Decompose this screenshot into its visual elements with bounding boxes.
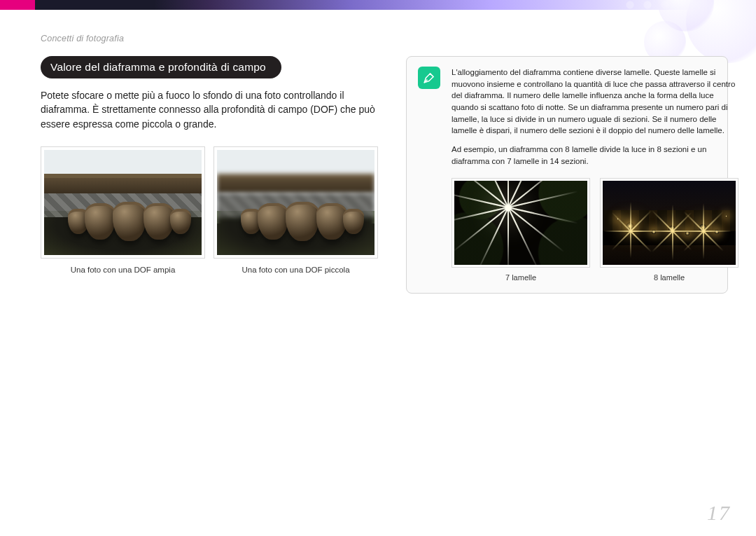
image-frame: [41, 146, 205, 259]
dof-shallow-figure: Una foto con una DOF piccola: [214, 146, 378, 274]
seven-blade-image: [454, 181, 587, 265]
figure-caption: 8 lamelle: [600, 273, 738, 282]
figure-caption: Una foto con una DOF ampia: [71, 266, 176, 274]
dof-shallow-image: [217, 150, 374, 255]
section-body-text: Potete sfocare o mette più a fuoco lo sf…: [41, 88, 378, 131]
dof-figure-row: Una foto con una DOF ampia Una foto con …: [41, 146, 378, 274]
dof-wide-figure: Una foto con una DOF ampia: [41, 146, 205, 274]
eight-blade-figure: 8 lamelle: [600, 178, 738, 282]
page-content: Valore del diaframma e profondità di cam…: [41, 56, 727, 294]
header-gradient-bar: [0, 0, 756, 10]
header-dots: [616, 0, 756, 10]
breadcrumb: Concetti di fotografia: [41, 34, 124, 43]
figure-caption: Una foto con una DOF piccola: [241, 266, 349, 274]
blade-figure-row: 7 lamelle: [451, 178, 738, 282]
eight-blade-image: [603, 181, 736, 265]
image-frame: [214, 146, 378, 259]
dof-wide-image: [44, 150, 202, 255]
info-panel: L'alloggiamento del diaframma contiene d…: [406, 56, 728, 294]
info-paragraph: Ad esempio, un diaframma con 8 lamelle d…: [451, 144, 738, 167]
pen-icon: [418, 67, 440, 89]
info-text: L'alloggiamento del diaframma contiene d…: [451, 67, 738, 167]
left-column: Valore del diaframma e profondità di cam…: [41, 56, 378, 294]
figure-caption: 7 lamelle: [451, 273, 590, 282]
image-frame: [451, 178, 590, 268]
section-heading: Valore del diaframma e profondità di cam…: [41, 56, 281, 78]
page-number: 17: [707, 501, 731, 525]
right-column: L'alloggiamento del diaframma contiene d…: [406, 56, 728, 294]
info-paragraph: L'alloggiamento del diaframma contiene d…: [451, 67, 738, 137]
image-frame: [600, 178, 738, 268]
seven-blade-figure: 7 lamelle: [451, 178, 590, 282]
